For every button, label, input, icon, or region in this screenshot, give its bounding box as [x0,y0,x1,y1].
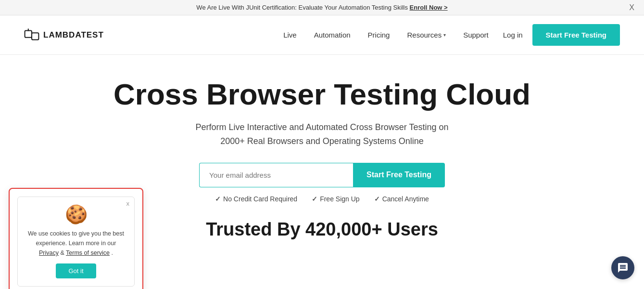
badge-text-1: No Credit Card Required [223,195,297,203]
login-button[interactable]: Log in [503,31,523,39]
nav-item-resources[interactable]: Resources ▾ [407,31,446,39]
nav-link-pricing[interactable]: Pricing [368,31,390,39]
chat-icon [617,262,629,274]
nav-item-automation[interactable]: Automation [314,31,351,39]
cookie-period: . [112,250,113,256]
cookie-text: We use cookies to give you the best expe… [25,229,126,258]
svg-rect-0 [25,30,32,37]
cookie-and: & [60,250,66,256]
nav-link-support[interactable]: Support [463,31,489,39]
logo-text: LAMBDATEST [43,30,104,40]
announcement-bar: We Are Live With JUnit Certification: Ev… [0,0,644,15]
nav-link-live[interactable]: Live [283,31,297,39]
logo[interactable]: LAMBDATEST [24,27,104,43]
chevron-down-icon: ▾ [443,32,446,38]
nav-item-live[interactable]: Live [283,31,297,39]
announcement-close[interactable]: X [629,3,634,12]
start-free-testing-nav-button[interactable]: Start Free Testing [532,24,620,46]
cookie-terms-link[interactable]: Terms of service [66,250,110,256]
cookie-privacy-link[interactable]: Privacy [39,250,59,256]
navbar: LAMBDATEST Live Automation Pricing Resou… [0,15,644,55]
email-input[interactable] [199,163,353,187]
cookie-close-button[interactable]: x [126,200,130,207]
badge-cancel-anytime: ✓ Cancel Anytime [374,195,429,203]
cookie-message: We use cookies to give you the best expe… [28,230,124,247]
nav-links: Live Automation Pricing Resources ▾ Supp… [283,31,489,39]
nav-link-resources[interactable]: Resources [407,31,442,39]
cookie-accept-button[interactable]: Got it [56,263,96,278]
badge-text-3: Cancel Anytime [382,195,429,203]
announcement-text: We Are Live With JUnit Certification: Ev… [196,4,408,11]
start-free-testing-hero-button[interactable]: Start Free Testing [353,163,445,187]
nav-item-pricing[interactable]: Pricing [368,31,390,39]
cookie-icon: 🍪 [25,204,126,225]
hero-subheading: Perform Live Interactive and Automated C… [10,120,634,148]
email-form: Start Free Testing [10,163,634,187]
chat-button[interactable] [611,256,634,279]
check-icon-3: ✓ [374,195,380,203]
badge-text-2: Free Sign Up [320,195,359,203]
svg-rect-1 [32,33,38,39]
check-icon-2: ✓ [312,195,317,203]
badge-no-credit-card: ✓ No Credit Card Required [215,195,297,203]
hero-heading: Cross Browser Testing Cloud [10,78,634,111]
nav-item-support[interactable]: Support [463,31,489,39]
enroll-now-link[interactable]: Enroll Now > [410,4,448,11]
logo-icon [24,27,39,43]
cookie-popup: 🍪 x We use cookies to give you the best … [9,188,143,289]
check-icon-1: ✓ [215,195,221,203]
nav-link-automation[interactable]: Automation [314,31,351,39]
badge-free-signup: ✓ Free Sign Up [312,195,359,203]
cookie-popup-inner: 🍪 x We use cookies to give you the best … [17,197,135,287]
